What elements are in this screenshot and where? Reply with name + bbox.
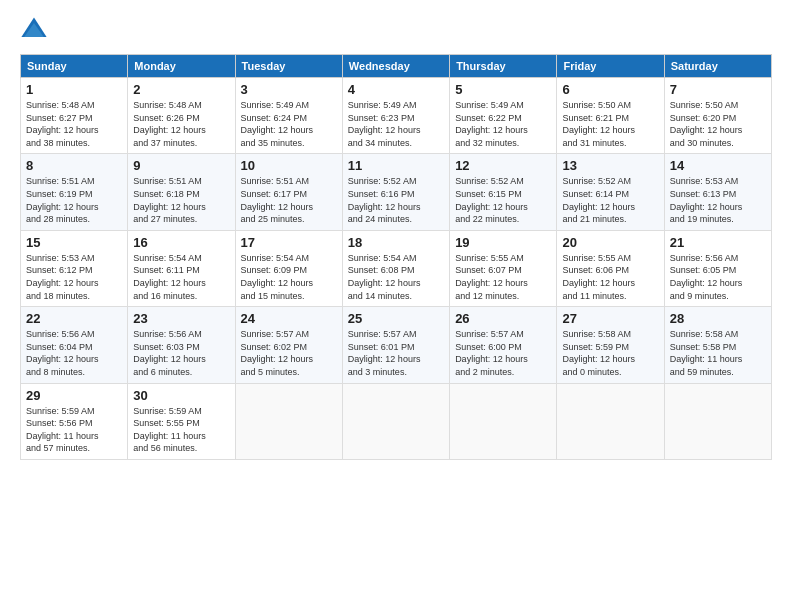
calendar-cell: 19Sunrise: 5:55 AM Sunset: 6:07 PM Dayli… <box>450 230 557 306</box>
day-number: 17 <box>241 235 337 250</box>
day-info: Sunrise: 5:52 AM Sunset: 6:14 PM Dayligh… <box>562 175 658 225</box>
calendar-week-row: 1Sunrise: 5:48 AM Sunset: 6:27 PM Daylig… <box>21 78 772 154</box>
calendar-cell: 23Sunrise: 5:56 AM Sunset: 6:03 PM Dayli… <box>128 307 235 383</box>
day-info: Sunrise: 5:49 AM Sunset: 6:23 PM Dayligh… <box>348 99 444 149</box>
weekday-header-row: SundayMondayTuesdayWednesdayThursdayFrid… <box>21 55 772 78</box>
day-number: 2 <box>133 82 229 97</box>
day-info: Sunrise: 5:52 AM Sunset: 6:16 PM Dayligh… <box>348 175 444 225</box>
day-number: 14 <box>670 158 766 173</box>
weekday-header-cell: Thursday <box>450 55 557 78</box>
calendar-cell: 7Sunrise: 5:50 AM Sunset: 6:20 PM Daylig… <box>664 78 771 154</box>
day-info: Sunrise: 5:51 AM Sunset: 6:17 PM Dayligh… <box>241 175 337 225</box>
day-number: 1 <box>26 82 122 97</box>
calendar-cell: 27Sunrise: 5:58 AM Sunset: 5:59 PM Dayli… <box>557 307 664 383</box>
calendar-body: 1Sunrise: 5:48 AM Sunset: 6:27 PM Daylig… <box>21 78 772 460</box>
day-info: Sunrise: 5:56 AM Sunset: 6:03 PM Dayligh… <box>133 328 229 378</box>
day-info: Sunrise: 5:56 AM Sunset: 6:04 PM Dayligh… <box>26 328 122 378</box>
day-number: 3 <box>241 82 337 97</box>
calendar-cell: 13Sunrise: 5:52 AM Sunset: 6:14 PM Dayli… <box>557 154 664 230</box>
day-number: 19 <box>455 235 551 250</box>
calendar-cell: 26Sunrise: 5:57 AM Sunset: 6:00 PM Dayli… <box>450 307 557 383</box>
day-info: Sunrise: 5:53 AM Sunset: 6:13 PM Dayligh… <box>670 175 766 225</box>
calendar-week-row: 29Sunrise: 5:59 AM Sunset: 5:56 PM Dayli… <box>21 383 772 459</box>
day-info: Sunrise: 5:50 AM Sunset: 6:21 PM Dayligh… <box>562 99 658 149</box>
weekday-header-cell: Monday <box>128 55 235 78</box>
logo-icon <box>20 16 48 44</box>
calendar-cell: 16Sunrise: 5:54 AM Sunset: 6:11 PM Dayli… <box>128 230 235 306</box>
calendar-cell: 24Sunrise: 5:57 AM Sunset: 6:02 PM Dayli… <box>235 307 342 383</box>
calendar-cell <box>664 383 771 459</box>
day-number: 15 <box>26 235 122 250</box>
calendar-cell: 6Sunrise: 5:50 AM Sunset: 6:21 PM Daylig… <box>557 78 664 154</box>
day-info: Sunrise: 5:57 AM Sunset: 6:02 PM Dayligh… <box>241 328 337 378</box>
calendar-cell: 8Sunrise: 5:51 AM Sunset: 6:19 PM Daylig… <box>21 154 128 230</box>
day-info: Sunrise: 5:51 AM Sunset: 6:19 PM Dayligh… <box>26 175 122 225</box>
calendar: SundayMondayTuesdayWednesdayThursdayFrid… <box>20 54 772 460</box>
calendar-cell: 12Sunrise: 5:52 AM Sunset: 6:15 PM Dayli… <box>450 154 557 230</box>
day-info: Sunrise: 5:58 AM Sunset: 5:58 PM Dayligh… <box>670 328 766 378</box>
day-info: Sunrise: 5:59 AM Sunset: 5:56 PM Dayligh… <box>26 405 122 455</box>
day-info: Sunrise: 5:57 AM Sunset: 6:00 PM Dayligh… <box>455 328 551 378</box>
calendar-cell: 22Sunrise: 5:56 AM Sunset: 6:04 PM Dayli… <box>21 307 128 383</box>
day-info: Sunrise: 5:56 AM Sunset: 6:05 PM Dayligh… <box>670 252 766 302</box>
page: SundayMondayTuesdayWednesdayThursdayFrid… <box>0 0 792 612</box>
calendar-week-row: 22Sunrise: 5:56 AM Sunset: 6:04 PM Dayli… <box>21 307 772 383</box>
calendar-cell <box>235 383 342 459</box>
day-info: Sunrise: 5:52 AM Sunset: 6:15 PM Dayligh… <box>455 175 551 225</box>
day-info: Sunrise: 5:59 AM Sunset: 5:55 PM Dayligh… <box>133 405 229 455</box>
weekday-header-cell: Wednesday <box>342 55 449 78</box>
day-info: Sunrise: 5:48 AM Sunset: 6:26 PM Dayligh… <box>133 99 229 149</box>
day-number: 8 <box>26 158 122 173</box>
calendar-cell: 10Sunrise: 5:51 AM Sunset: 6:17 PM Dayli… <box>235 154 342 230</box>
calendar-cell <box>557 383 664 459</box>
calendar-cell: 14Sunrise: 5:53 AM Sunset: 6:13 PM Dayli… <box>664 154 771 230</box>
calendar-cell: 11Sunrise: 5:52 AM Sunset: 6:16 PM Dayli… <box>342 154 449 230</box>
calendar-cell: 1Sunrise: 5:48 AM Sunset: 6:27 PM Daylig… <box>21 78 128 154</box>
day-number: 4 <box>348 82 444 97</box>
day-number: 7 <box>670 82 766 97</box>
day-number: 29 <box>26 388 122 403</box>
weekday-header-cell: Friday <box>557 55 664 78</box>
day-info: Sunrise: 5:57 AM Sunset: 6:01 PM Dayligh… <box>348 328 444 378</box>
day-number: 10 <box>241 158 337 173</box>
day-number: 9 <box>133 158 229 173</box>
calendar-cell: 18Sunrise: 5:54 AM Sunset: 6:08 PM Dayli… <box>342 230 449 306</box>
day-info: Sunrise: 5:48 AM Sunset: 6:27 PM Dayligh… <box>26 99 122 149</box>
day-number: 13 <box>562 158 658 173</box>
day-info: Sunrise: 5:58 AM Sunset: 5:59 PM Dayligh… <box>562 328 658 378</box>
logo <box>20 16 52 44</box>
calendar-cell: 15Sunrise: 5:53 AM Sunset: 6:12 PM Dayli… <box>21 230 128 306</box>
day-number: 6 <box>562 82 658 97</box>
calendar-cell: 17Sunrise: 5:54 AM Sunset: 6:09 PM Dayli… <box>235 230 342 306</box>
day-number: 26 <box>455 311 551 326</box>
day-info: Sunrise: 5:51 AM Sunset: 6:18 PM Dayligh… <box>133 175 229 225</box>
calendar-week-row: 8Sunrise: 5:51 AM Sunset: 6:19 PM Daylig… <box>21 154 772 230</box>
day-info: Sunrise: 5:54 AM Sunset: 6:08 PM Dayligh… <box>348 252 444 302</box>
calendar-cell <box>342 383 449 459</box>
day-number: 23 <box>133 311 229 326</box>
calendar-cell: 4Sunrise: 5:49 AM Sunset: 6:23 PM Daylig… <box>342 78 449 154</box>
calendar-cell: 25Sunrise: 5:57 AM Sunset: 6:01 PM Dayli… <box>342 307 449 383</box>
calendar-cell <box>450 383 557 459</box>
day-info: Sunrise: 5:54 AM Sunset: 6:11 PM Dayligh… <box>133 252 229 302</box>
day-info: Sunrise: 5:55 AM Sunset: 6:06 PM Dayligh… <box>562 252 658 302</box>
calendar-cell: 5Sunrise: 5:49 AM Sunset: 6:22 PM Daylig… <box>450 78 557 154</box>
weekday-header-cell: Saturday <box>664 55 771 78</box>
calendar-cell: 20Sunrise: 5:55 AM Sunset: 6:06 PM Dayli… <box>557 230 664 306</box>
calendar-cell: 9Sunrise: 5:51 AM Sunset: 6:18 PM Daylig… <box>128 154 235 230</box>
day-info: Sunrise: 5:55 AM Sunset: 6:07 PM Dayligh… <box>455 252 551 302</box>
day-number: 20 <box>562 235 658 250</box>
day-number: 30 <box>133 388 229 403</box>
weekday-header-cell: Tuesday <box>235 55 342 78</box>
calendar-week-row: 15Sunrise: 5:53 AM Sunset: 6:12 PM Dayli… <box>21 230 772 306</box>
day-number: 21 <box>670 235 766 250</box>
day-info: Sunrise: 5:54 AM Sunset: 6:09 PM Dayligh… <box>241 252 337 302</box>
day-number: 24 <box>241 311 337 326</box>
day-number: 28 <box>670 311 766 326</box>
day-info: Sunrise: 5:50 AM Sunset: 6:20 PM Dayligh… <box>670 99 766 149</box>
calendar-cell: 2Sunrise: 5:48 AM Sunset: 6:26 PM Daylig… <box>128 78 235 154</box>
day-number: 12 <box>455 158 551 173</box>
calendar-cell: 30Sunrise: 5:59 AM Sunset: 5:55 PM Dayli… <box>128 383 235 459</box>
day-number: 11 <box>348 158 444 173</box>
day-number: 18 <box>348 235 444 250</box>
